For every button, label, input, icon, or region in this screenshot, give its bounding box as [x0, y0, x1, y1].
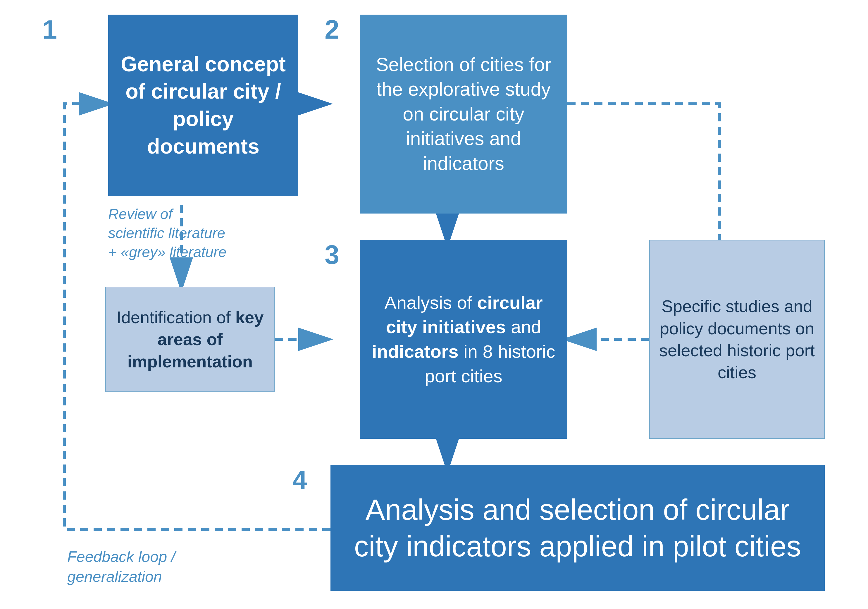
feedback-label: Feedback loop /generalization: [67, 547, 272, 586]
step-number-4: 4: [293, 465, 307, 495]
box-step1-label: General concept of circular city / polic…: [108, 42, 298, 169]
box-id-areas-label: Identification of key areas of implement…: [106, 301, 274, 378]
box-step1: General concept of circular city / polic…: [108, 15, 298, 196]
step-number-2: 2: [325, 15, 339, 45]
box-step2: Selection of cities for the explorative …: [360, 15, 567, 214]
box-specific-studies: Specific studies and policy documents on…: [649, 240, 825, 439]
box-step3-label: Analysis of circular city initiatives an…: [360, 282, 567, 397]
step-number-3: 3: [325, 240, 339, 270]
diagram-container: 1 General concept of circular city / pol…: [0, 0, 868, 609]
box-step3: Analysis of circular city initiatives an…: [360, 240, 567, 439]
box-step4-label: Analysis and selection of circular city …: [330, 480, 825, 576]
review-label: Review ofscientific literature+ «grey» l…: [108, 205, 254, 262]
box-id-areas: Identification of key areas of implement…: [105, 287, 275, 392]
dashed-2-to-specific: [567, 104, 719, 240]
box-step2-label: Selection of cities for the explorative …: [360, 43, 567, 185]
step-number-1: 1: [42, 15, 57, 45]
box-step4: Analysis and selection of circular city …: [330, 465, 825, 591]
box-specific-label: Specific studies and policy documents on…: [650, 288, 824, 391]
